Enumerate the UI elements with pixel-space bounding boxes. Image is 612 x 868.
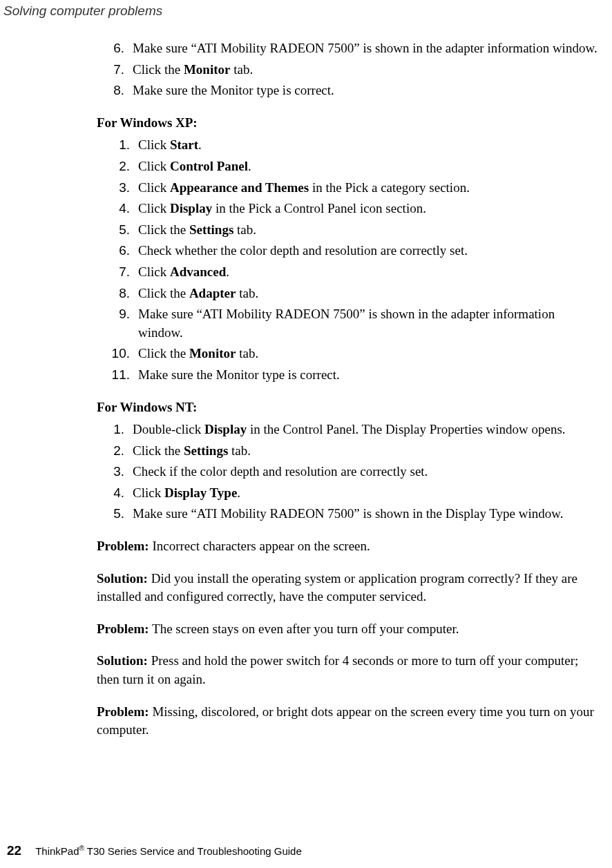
- body-content: 6.Make sure “ATI Mobility RADEON 7500” i…: [97, 39, 598, 740]
- para-text: Incorrect characters appear on the scree…: [149, 539, 370, 553]
- step-number: 5.: [97, 505, 133, 523]
- paragraph: Solution: Did you install the operating …: [97, 570, 598, 606]
- heading-xp: For Windows XP:: [97, 114, 598, 133]
- step-text: Double-click Display in the Control Pane…: [133, 421, 598, 439]
- page-number: 22: [7, 843, 21, 858]
- para-text: Press and hold the power switch for 4 se…: [97, 653, 578, 686]
- step-number: 10.: [97, 345, 138, 363]
- xp-steps-item: 5.Click the Settings tab.: [97, 221, 598, 240]
- nt-steps-item: 1.Double-click Display in the Control Pa…: [97, 421, 598, 439]
- step-number: 1.: [97, 136, 138, 155]
- step-text: Click Display in the Pick a Control Pane…: [138, 200, 598, 218]
- step-number: 4.: [97, 200, 138, 218]
- step-number: 7.: [97, 263, 138, 282]
- step-number: 8.: [97, 81, 133, 100]
- paragraph: Problem: Incorrect characters appear on …: [97, 537, 598, 556]
- para-label: Problem:: [97, 621, 149, 636]
- step-text: Click the Monitor tab.: [133, 61, 598, 79]
- para-text: Did you install the operating system or …: [97, 571, 577, 604]
- step-number: 3.: [97, 179, 138, 197]
- step-text: Click Control Panel.: [138, 157, 598, 176]
- xp-steps-item: 11.Make sure the Monitor type is correct…: [97, 366, 598, 385]
- step-text: Click the Adapter tab.: [138, 284, 598, 303]
- paragraph: Problem: The screen stays on even after …: [97, 620, 598, 639]
- step-text: Click Appearance and Themes in the Pick …: [138, 179, 598, 197]
- footer-text: ThinkPad® T30 Series Service and Trouble…: [35, 845, 302, 857]
- running-head: Solving computer problems: [3, 3, 598, 19]
- step-text: Click the Settings tab.: [138, 221, 598, 240]
- step-text: Click the Settings tab.: [133, 442, 598, 461]
- para-text: The screen stays on even after you turn …: [149, 621, 459, 636]
- para-label: Problem:: [97, 539, 149, 553]
- para-label: Solution:: [97, 571, 148, 586]
- step-text: Click the Monitor tab.: [138, 345, 598, 363]
- step-text: Check if the color depth and resolution …: [133, 463, 598, 481]
- xp-steps-item: 7.Click Advanced.: [97, 263, 598, 282]
- step-number: 5.: [97, 221, 138, 240]
- xp-steps-item: 3.Click Appearance and Themes in the Pic…: [97, 179, 598, 197]
- step-text: Click Display Type.: [133, 484, 598, 503]
- step-number: 1.: [97, 421, 133, 439]
- step-text: Make sure “ATI Mobility RADEON 7500” is …: [133, 39, 598, 58]
- step-number: 2.: [97, 157, 138, 176]
- paragraph: Problem: Missing, discolored, or bright …: [97, 703, 598, 740]
- step-number: 6.: [97, 39, 133, 58]
- nt-steps-item: 5.Make sure “ATI Mobility RADEON 7500” i…: [97, 505, 598, 523]
- top-steps-item: 7.Click the Monitor tab.: [97, 61, 598, 79]
- step-number: 4.: [97, 484, 133, 503]
- step-number: 2.: [97, 442, 133, 461]
- step-text: Check whether the color depth and resolu…: [138, 242, 598, 260]
- xp-steps-item: 6.Check whether the color depth and reso…: [97, 242, 598, 260]
- step-number: 3.: [97, 463, 133, 481]
- step-text: Make sure the Monitor type is correct.: [138, 366, 598, 385]
- xp-steps-item: 10.Click the Monitor tab.: [97, 345, 598, 363]
- top-steps-item: 8.Make sure the Monitor type is correct.: [97, 81, 598, 100]
- step-number: 7.: [97, 61, 133, 79]
- xp-steps-item: 2.Click Control Panel.: [97, 157, 598, 176]
- step-number: 9.: [97, 305, 138, 342]
- step-text: Make sure “ATI Mobility RADEON 7500” is …: [133, 505, 598, 523]
- xp-steps-item: 9.Make sure “ATI Mobility RADEON 7500” i…: [97, 305, 598, 342]
- para-label: Solution:: [97, 653, 148, 668]
- step-number: 6.: [97, 242, 138, 260]
- paragraph: Solution: Press and hold the power switc…: [97, 652, 598, 688]
- step-number: 8.: [97, 284, 138, 303]
- nt-steps-item: 4.Click Display Type.: [97, 484, 598, 503]
- xp-steps-item: 8.Click the Adapter tab.: [97, 284, 598, 303]
- para-text: Missing, discolored, or bright dots appe…: [97, 704, 594, 737]
- page-footer: 22 ThinkPad® T30 Series Service and Trou…: [7, 843, 302, 858]
- xp-steps-item: 1.Click Start.: [97, 136, 598, 155]
- para-label: Problem:: [97, 704, 149, 719]
- xp-steps-item: 4.Click Display in the Pick a Control Pa…: [97, 200, 598, 218]
- step-text: Click Advanced.: [138, 263, 598, 282]
- step-text: Make sure the Monitor type is correct.: [133, 81, 598, 100]
- step-number: 11.: [97, 366, 138, 385]
- nt-steps-item: 3.Check if the color depth and resolutio…: [97, 463, 598, 481]
- step-text: Make sure “ATI Mobility RADEON 7500” is …: [138, 305, 598, 342]
- step-text: Click Start.: [138, 136, 598, 155]
- nt-steps-item: 2.Click the Settings tab.: [97, 442, 598, 461]
- heading-nt: For Windows NT:: [97, 398, 598, 417]
- top-steps-item: 6.Make sure “ATI Mobility RADEON 7500” i…: [97, 39, 598, 58]
